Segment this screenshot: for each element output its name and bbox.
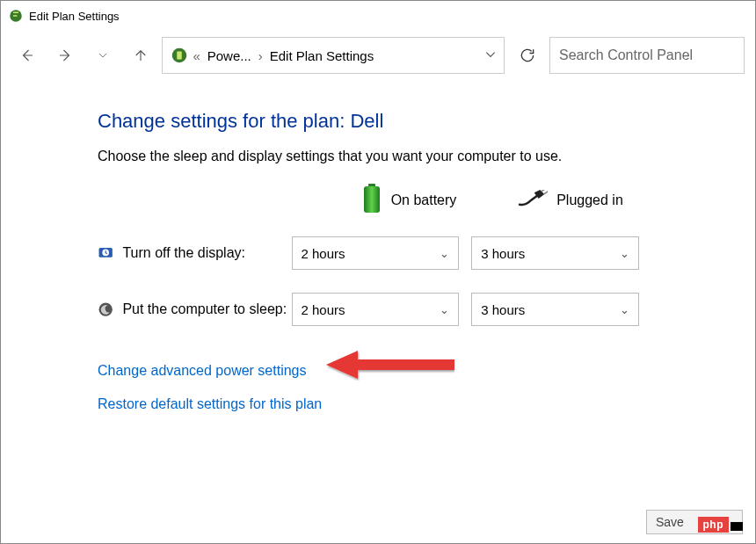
setting-row-sleep: Put the computer to sleep: 2 hours ⌄ 3 h… bbox=[98, 293, 651, 326]
plug-icon bbox=[518, 190, 548, 211]
save-button-label: Save bbox=[656, 515, 684, 529]
display-battery-value: 2 hours bbox=[302, 246, 345, 261]
svg-rect-2 bbox=[178, 51, 183, 59]
chevron-down-icon: ⌄ bbox=[440, 247, 449, 260]
battery-icon bbox=[361, 184, 382, 217]
breadcrumb[interactable]: « Powe... › Edit Plan Settings bbox=[162, 37, 505, 74]
annotation-arrow-icon bbox=[323, 349, 454, 383]
recent-dropdown-button[interactable] bbox=[87, 38, 120, 73]
nav-bar: « Powe... › Edit Plan Settings bbox=[1, 31, 755, 80]
svg-line-6 bbox=[544, 192, 549, 194]
sleep-battery-value: 2 hours bbox=[302, 302, 345, 317]
title-bar: Edit Plan Settings bbox=[1, 1, 755, 31]
back-button[interactable] bbox=[11, 38, 44, 73]
breadcrumb-item-edit-plan[interactable]: Edit Plan Settings bbox=[266, 48, 377, 63]
page-title: Change settings for the plan: Dell bbox=[98, 110, 651, 133]
column-header-battery: On battery bbox=[328, 184, 490, 217]
links-block: Change advanced power settings Restore d… bbox=[98, 349, 651, 416]
setting-row-display: Turn off the display: 2 hours ⌄ 3 hours … bbox=[98, 236, 651, 270]
display-plugged-select[interactable]: 3 hours ⌄ bbox=[471, 236, 639, 270]
search-input[interactable] bbox=[549, 37, 745, 74]
power-options-icon bbox=[170, 46, 189, 65]
column-header-plugged: Plugged in bbox=[490, 190, 651, 211]
display-plugged-value: 3 hours bbox=[481, 246, 525, 261]
column-label-battery: On battery bbox=[391, 192, 457, 208]
refresh-button[interactable] bbox=[510, 37, 544, 74]
chevron-right-icon: › bbox=[258, 48, 263, 63]
page-subtitle: Choose the sleep and display settings th… bbox=[98, 149, 651, 164]
sleep-plugged-select[interactable]: 3 hours ⌄ bbox=[471, 293, 639, 326]
breadcrumb-ellipsis: « bbox=[193, 48, 200, 63]
main-content: Change settings for the plan: Dell Choos… bbox=[1, 80, 651, 416]
link-restore-defaults[interactable]: Restore default settings for this plan bbox=[98, 396, 322, 412]
column-label-plugged: Plugged in bbox=[556, 192, 623, 208]
link-advanced-power-settings[interactable]: Change advanced power settings bbox=[98, 363, 307, 379]
sleep-moon-icon bbox=[98, 300, 113, 319]
svg-rect-4 bbox=[364, 186, 380, 213]
sleep-plugged-value: 3 hours bbox=[481, 302, 525, 317]
chevron-down-icon: ⌄ bbox=[620, 247, 629, 260]
column-headers: On battery Plugged in bbox=[328, 184, 651, 217]
display-battery-select[interactable]: 2 hours ⌄ bbox=[292, 236, 460, 270]
chevron-down-icon: ⌄ bbox=[440, 303, 449, 316]
breadcrumb-item-power[interactable]: Powe... bbox=[204, 48, 255, 63]
display-timer-icon bbox=[98, 243, 113, 263]
app-icon bbox=[8, 8, 24, 24]
chevron-down-icon: ⌄ bbox=[620, 303, 629, 316]
watermark-block bbox=[731, 522, 743, 531]
window-title: Edit Plan Settings bbox=[29, 10, 120, 23]
up-button[interactable] bbox=[125, 38, 157, 73]
row-label-display: Turn off the display: bbox=[122, 245, 291, 261]
svg-line-5 bbox=[542, 190, 546, 192]
forward-button[interactable] bbox=[49, 38, 82, 73]
row-label-sleep: Put the computer to sleep: bbox=[122, 301, 291, 317]
php-watermark: php bbox=[698, 517, 730, 533]
chevron-down-icon[interactable] bbox=[484, 48, 497, 63]
sleep-battery-select[interactable]: 2 hours ⌄ bbox=[292, 293, 460, 326]
